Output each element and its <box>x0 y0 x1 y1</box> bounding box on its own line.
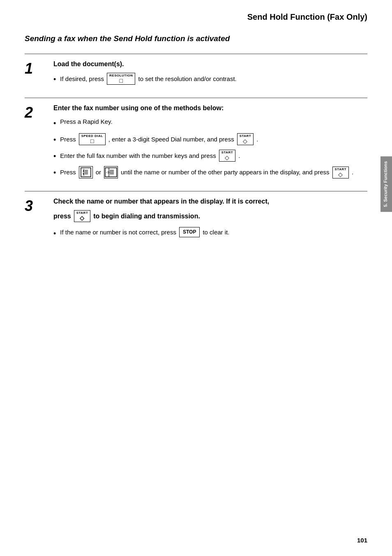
step-3-title-part3: to begin dialing and transmission. <box>93 213 200 220</box>
speed-dial-key-label: SPEED DIAL <box>81 134 103 138</box>
step-3-content: Check the name or number that appears in… <box>49 191 367 252</box>
nav-press-text: Press <box>60 167 76 177</box>
step3-bullet-suffix: to clear it. <box>203 227 229 237</box>
start-key-1-label: START <box>240 134 251 138</box>
list-item: • Press a Rapid Key. <box>53 117 363 129</box>
start-key-3-symbol: ◇ <box>338 171 343 177</box>
svg-text:◁▷: ◁▷ <box>106 171 111 174</box>
bullet-dot: • <box>53 228 56 239</box>
start-key-1-symbol: ◇ <box>243 138 247 144</box>
page-container: Send Hold Function (Fax Only) Sending a … <box>0 0 392 556</box>
list-item: • Press SPEED DIAL □ , enter a 3-digit S… <box>53 133 363 146</box>
list-item: • If the name or number is not correct, … <box>53 227 363 239</box>
resolution-key-symbol: □ <box>120 78 123 83</box>
speed-dial-press-text: Press <box>60 134 76 144</box>
bullet-dot: • <box>53 134 56 146</box>
steps-table: 1 Load the document(s). • If desired, pr… <box>25 53 367 252</box>
left-right-nav-key: ◁▷ <box>104 166 118 178</box>
nav-until-text: until the name or number of the other pa… <box>121 167 330 177</box>
list-item: • Press <box>53 166 363 178</box>
list-item: • If desired, press RESOLUTION □ to set … <box>53 73 363 85</box>
speed-dial-middle-text: , enter a 3-digit Speed Dial number, and… <box>108 134 234 144</box>
speed-dial-key: SPEED DIAL □ <box>79 133 106 145</box>
step3-bullet-prefix: If the name or number is not correct, pr… <box>60 227 176 237</box>
bullet-dot: • <box>53 118 56 129</box>
step-3-title-part2: press <box>53 213 71 220</box>
step-3-number: 3 <box>25 191 49 252</box>
step-3-title-line2: press START ◇ to begin dialing and trans… <box>53 210 363 222</box>
up-down-nav-key: ▲ ▼ <box>79 166 93 178</box>
resolution-key: RESOLUTION □ <box>107 73 135 85</box>
section-heading: Sending a fax when the Send Hold functio… <box>25 34 367 43</box>
nav-or-text: or <box>96 167 101 177</box>
step-1-number: 1 <box>25 54 49 98</box>
bullet-dot: • <box>53 167 56 178</box>
side-tab-text: 5. Security Functions <box>383 161 388 207</box>
bullet-content: Press SPEED DIAL □ , enter a 3-digit Spe… <box>60 133 258 145</box>
bullet-content: If the name or number is not correct, pr… <box>60 227 229 237</box>
full-number-text: Enter the full fax number with the numbe… <box>60 151 216 161</box>
svg-text:▼: ▼ <box>82 173 85 175</box>
period-2: . <box>238 151 240 161</box>
bullet-content: Press a Rapid Key. <box>60 117 112 127</box>
step-1-bullets: • If desired, press RESOLUTION □ to set … <box>53 73 363 85</box>
resolution-key-label: RESOLUTION <box>109 74 133 77</box>
text-to-set-resolution: to set the resolution and/or contrast. <box>138 74 236 84</box>
page-number: 101 <box>357 537 367 544</box>
start-key-3: START ◇ <box>332 167 349 178</box>
svg-text:▲: ▲ <box>82 169 85 172</box>
start-key-2-label: START <box>221 151 233 154</box>
step-3-title-part1: Check the name or number that appears in… <box>53 198 269 205</box>
side-tab: 5. Security Functions <box>380 156 392 212</box>
step-3-row: 3 Check the name or number that appears … <box>25 191 367 252</box>
left-right-icon: ◁▷ <box>105 167 117 177</box>
start-key-step3-symbol: ◇ <box>80 215 84 221</box>
period-1: . <box>256 134 258 144</box>
step-2-bullets: • Press a Rapid Key. • Press SPEED <box>53 117 363 178</box>
bullet-content: Enter the full fax number with the numbe… <box>60 150 240 162</box>
start-key-2: START ◇ <box>219 150 236 162</box>
step-3-bullets: • If the name or number is not correct, … <box>53 227 363 239</box>
up-down-icon: ▲ ▼ <box>81 167 91 177</box>
bullet-dot: • <box>53 151 56 162</box>
start-key-step3-label: START <box>76 211 88 215</box>
step-3-title: Check the name or number that appears in… <box>53 198 363 205</box>
rapid-key-text: Press a Rapid Key. <box>60 117 112 127</box>
start-key-3-label: START <box>335 168 347 171</box>
bullet-dot: • <box>53 74 56 85</box>
start-key-2-symbol: ◇ <box>225 155 229 160</box>
period-3: . <box>352 167 353 177</box>
text-if-desired-press: If desired, press <box>60 74 104 84</box>
start-key-step3: START ◇ <box>74 210 91 222</box>
speed-dial-key-symbol: □ <box>90 138 94 144</box>
step-2-row: 2 Enter the fax number using one of the … <box>25 98 367 191</box>
step-2-number: 2 <box>25 98 49 191</box>
list-item: • Enter the full fax number with the num… <box>53 150 363 162</box>
bullet-content: If desired, press RESOLUTION □ to set th… <box>60 73 236 85</box>
step-2-title: Enter the fax number using one of the me… <box>53 104 363 112</box>
stop-key: STOP <box>179 227 200 237</box>
step-2-content: Enter the fax number using one of the me… <box>49 98 367 191</box>
step-1-content: Load the document(s). • If desired, pres… <box>49 54 367 98</box>
bullet-content: Press <box>60 166 353 178</box>
page-title: Send Hold Function (Fax Only) <box>25 12 367 26</box>
start-key-1: START ◇ <box>237 133 254 145</box>
step-1-title: Load the document(s). <box>53 60 363 68</box>
step-1-row: 1 Load the document(s). • If desired, pr… <box>25 54 367 98</box>
